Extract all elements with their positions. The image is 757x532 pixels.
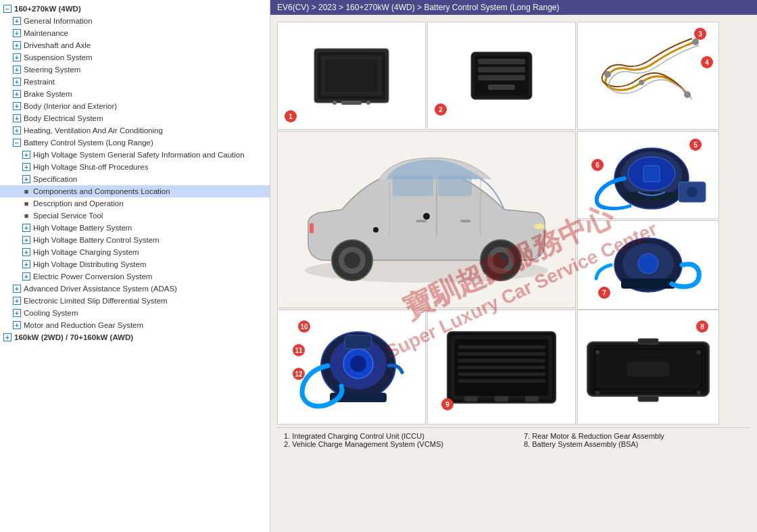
svg-rect-9 [478, 59, 525, 64]
plus-icon: + [12, 284, 22, 293]
component-cell-9: 9 [427, 310, 576, 425]
doc-icon: ■ [22, 211, 31, 220]
sidebar-item-suspension[interactable]: +Suspension System [0, 51, 270, 64]
plus-icon: + [12, 320, 22, 330]
plus-icon: + [12, 308, 22, 318]
sidebar-item-cooling[interactable]: +Cooling System [0, 307, 270, 319]
svg-rect-40 [643, 166, 660, 182]
plus-icon: + [22, 162, 31, 172]
minus-icon: − [12, 138, 22, 147]
plus-icon: + [12, 65, 22, 74]
svg-rect-61 [458, 379, 545, 383]
svg-point-46 [638, 253, 658, 274]
sidebar-item-body-int-ext[interactable]: +Body (Interior and Exterior) [0, 100, 270, 112]
svg-rect-56 [458, 345, 545, 349]
sidebar-item-general-info[interactable]: +General Information [0, 15, 270, 27]
sidebar-item-label: 160+270kW (4WD) [14, 5, 81, 13]
svg-rect-18 [393, 176, 433, 196]
sidebar-item-adas[interactable]: +Advanced Driver Assistance System (ADAS… [0, 283, 270, 295]
sidebar-item-components-location[interactable]: ■Components and Components Location [0, 185, 270, 197]
doc-icon: ■ [22, 199, 31, 208]
sidebar-item-hv-safety[interactable]: +High Voltage System General Safety Info… [0, 149, 270, 161]
sidebar-item-specification[interactable]: +Specification [0, 173, 270, 185]
sidebar-item-label: Steering System [24, 66, 80, 74]
svg-point-25 [344, 252, 360, 268]
sidebar-item-label: Brake System [24, 90, 72, 98]
svg-point-42 [687, 187, 698, 197]
sidebar-item-label: Components and Components Location [33, 187, 170, 195]
plus-icon: + [12, 296, 22, 306]
badge-2: 2 [435, 103, 447, 116]
plus-icon: + [3, 333, 12, 342]
svg-rect-57 [458, 352, 545, 356]
component-img-9 [434, 315, 569, 420]
plus-icon: + [12, 16, 22, 26]
component-img-8 [581, 315, 716, 420]
sidebar-item-hv-battery[interactable]: +High Voltage Battery System [0, 222, 270, 234]
sidebar-item-label: Maintenance [24, 29, 68, 37]
sidebar-item-label: Restraint [24, 78, 55, 86]
svg-rect-10 [478, 67, 525, 72]
content-area: 寶馴超豪服務中心 Super Luxury Car Service Center… [270, 15, 757, 532]
sidebar-item-restraint[interactable]: +Restraint [0, 76, 270, 88]
svg-rect-75 [638, 396, 658, 402]
sidebar: −160+270kW (4WD)+General Information+Mai… [0, 0, 270, 532]
component-img-1 [308, 39, 395, 113]
sidebar-item-label: Advanced Driver Assistance System (ADAS) [24, 285, 177, 293]
sidebar-item-label: Driveshaft and Axle [24, 41, 91, 49]
sidebar-item-label: High Voltage Battery Control System [33, 236, 160, 244]
sidebar-item-root-4wd[interactable]: −160+270kW (4WD) [0, 3, 270, 15]
sidebar-item-hv-distributing[interactable]: +High Voltage Distributing System [0, 258, 270, 270]
car-svg [281, 135, 572, 304]
sidebar-item-label: Electronic Limited Slip Differential Sys… [24, 297, 168, 305]
sidebar-item-hvac[interactable]: +Heating, Ventilation And Air Conditioni… [0, 124, 270, 137]
sidebar-item-maintenance[interactable]: +Maintenance [0, 27, 270, 39]
badge-5: 5 [689, 139, 702, 151]
breadcrumb: EV6(CV) > 2023 > 160+270kW (4WD) > Batte… [270, 0, 757, 15]
sidebar-item-special-service-tool[interactable]: ■Special Service Tool [0, 210, 270, 222]
minus-icon: − [3, 4, 12, 14]
svg-rect-52 [345, 335, 372, 349]
sidebar-item-label: Specification [33, 175, 77, 183]
sidebar-item-label: High Voltage Battery System [33, 224, 132, 232]
sidebar-item-desc-operation[interactable]: ■Description and Operation [0, 197, 270, 210]
sidebar-item-steering[interactable]: +Steering System [0, 64, 270, 76]
svg-rect-73 [628, 362, 668, 376]
sidebar-item-label: General Information [24, 17, 93, 25]
plus-icon: + [12, 101, 22, 111]
svg-point-70 [697, 350, 701, 354]
svg-point-71 [595, 391, 600, 395]
sidebar-item-label: Special Service Tool [33, 212, 103, 220]
svg-point-14 [604, 71, 611, 78]
sidebar-item-body-electrical[interactable]: +Body Electrical System [0, 112, 270, 124]
caption-right: 7. Rear Motor & Reduction Gear Assembly … [524, 432, 743, 448]
sidebar-item-hv-shutoff[interactable]: +High Voltage Shut-off Procedures [0, 161, 270, 173]
svg-rect-12 [488, 84, 515, 90]
sidebar-item-hv-battery-control[interactable]: +High Voltage Battery Control System [0, 234, 270, 246]
component-cell-101112: 10 11 12 [277, 310, 426, 425]
caption-1: 1. Integrated Charging Control Unit (ICC… [284, 432, 504, 440]
svg-point-69 [595, 350, 600, 354]
svg-rect-11 [478, 75, 525, 80]
svg-point-15 [639, 80, 644, 85]
sidebar-item-brake[interactable]: +Brake System [0, 88, 270, 100]
sidebar-item-label: Motor and Reduction Gear System [24, 321, 143, 329]
sidebar-item-driveshaft-axle[interactable]: +Driveshaft and Axle [0, 39, 270, 51]
sidebar-item-electric-power[interactable]: +Electric Power Conversion System [0, 270, 270, 283]
svg-point-28 [493, 252, 509, 268]
sidebar-item-label: Battery Control System (Long Range) [24, 139, 153, 147]
sidebar-item-hv-charging[interactable]: +High Voltage Charging System [0, 246, 270, 258]
doc-icon: ■ [22, 187, 31, 196]
sidebar-item-label: Description and Operation [33, 199, 124, 208]
plus-icon: + [12, 28, 22, 38]
caption-area: 1. Integrated Charging Control Unit (ICC… [277, 427, 750, 452]
plus-icon: + [22, 272, 31, 281]
caption-left: 1. Integrated Charging Control Unit (ICC… [284, 432, 504, 448]
badge-6: 6 [591, 159, 604, 171]
sidebar-item-root-2wd[interactable]: +160kW (2WD) / 70+160kW (AWD) [0, 331, 270, 343]
sidebar-item-battery-control[interactable]: −Battery Control System (Long Range) [0, 137, 270, 149]
sidebar-item-elsd[interactable]: +Electronic Limited Slip Differential Sy… [0, 295, 270, 307]
badge-7: 7 [598, 287, 610, 299]
sidebar-item-label: Suspension System [24, 53, 93, 62]
sidebar-item-motor-reduction[interactable]: +Motor and Reduction Gear System [0, 319, 270, 331]
